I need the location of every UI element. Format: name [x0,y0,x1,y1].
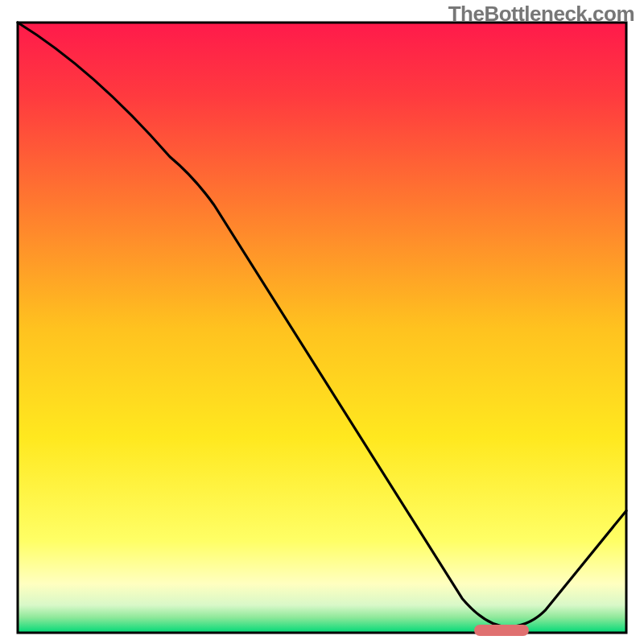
bottleneck-chart [0,0,644,644]
gradient-background [18,23,626,633]
watermark-text: TheBottleneck.com [448,2,634,27]
chart-container: { "watermark": "TheBottleneck.com", "cha… [0,0,644,644]
optimal-zone-marker [474,625,529,636]
